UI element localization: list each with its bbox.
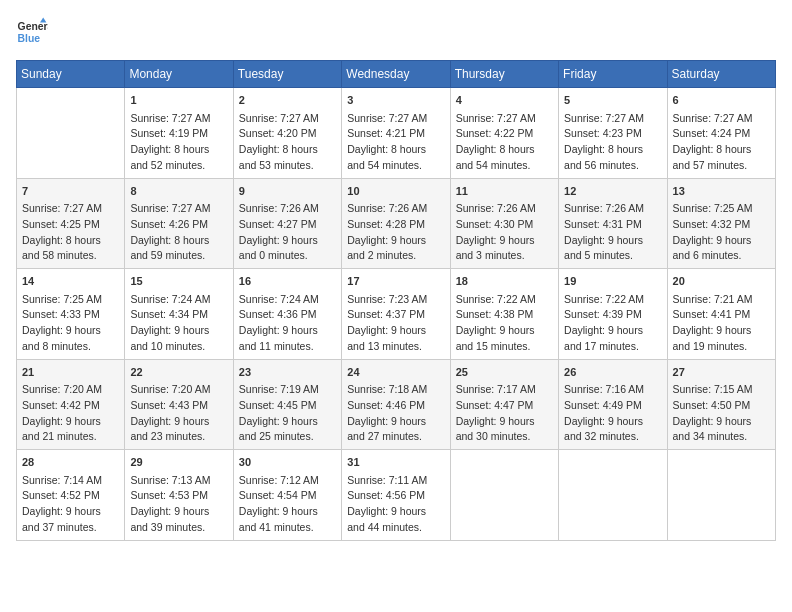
calendar-cell: 20Sunrise: 7:21 AM Sunset: 4:41 PM Dayli… <box>667 269 775 360</box>
cell-info: Sunrise: 7:16 AM Sunset: 4:49 PM Dayligh… <box>564 382 661 445</box>
date-number: 2 <box>239 92 336 109</box>
date-number: 7 <box>22 183 119 200</box>
calendar-cell: 17Sunrise: 7:23 AM Sunset: 4:37 PM Dayli… <box>342 269 450 360</box>
svg-text:Blue: Blue <box>18 33 41 44</box>
cell-info: Sunrise: 7:26 AM Sunset: 4:31 PM Dayligh… <box>564 201 661 264</box>
date-number: 19 <box>564 273 661 290</box>
cell-info: Sunrise: 7:27 AM Sunset: 4:20 PM Dayligh… <box>239 111 336 174</box>
date-number: 31 <box>347 454 444 471</box>
calendar-cell: 9Sunrise: 7:26 AM Sunset: 4:27 PM Daylig… <box>233 178 341 269</box>
date-number: 14 <box>22 273 119 290</box>
weekday-header-thursday: Thursday <box>450 61 558 88</box>
calendar-cell: 30Sunrise: 7:12 AM Sunset: 4:54 PM Dayli… <box>233 450 341 541</box>
calendar-cell: 22Sunrise: 7:20 AM Sunset: 4:43 PM Dayli… <box>125 359 233 450</box>
cell-info: Sunrise: 7:26 AM Sunset: 4:28 PM Dayligh… <box>347 201 444 264</box>
weekday-header-tuesday: Tuesday <box>233 61 341 88</box>
week-row-2: 7Sunrise: 7:27 AM Sunset: 4:25 PM Daylig… <box>17 178 776 269</box>
calendar-cell: 26Sunrise: 7:16 AM Sunset: 4:49 PM Dayli… <box>559 359 667 450</box>
weekday-header-row: SundayMondayTuesdayWednesdayThursdayFrid… <box>17 61 776 88</box>
cell-info: Sunrise: 7:18 AM Sunset: 4:46 PM Dayligh… <box>347 382 444 445</box>
date-number: 21 <box>22 364 119 381</box>
week-row-4: 21Sunrise: 7:20 AM Sunset: 4:42 PM Dayli… <box>17 359 776 450</box>
weekday-header-friday: Friday <box>559 61 667 88</box>
date-number: 18 <box>456 273 553 290</box>
calendar-cell: 2Sunrise: 7:27 AM Sunset: 4:20 PM Daylig… <box>233 88 341 179</box>
calendar-cell: 18Sunrise: 7:22 AM Sunset: 4:38 PM Dayli… <box>450 269 558 360</box>
cell-info: Sunrise: 7:22 AM Sunset: 4:39 PM Dayligh… <box>564 292 661 355</box>
calendar-cell <box>17 88 125 179</box>
weekday-header-monday: Monday <box>125 61 233 88</box>
cell-info: Sunrise: 7:26 AM Sunset: 4:27 PM Dayligh… <box>239 201 336 264</box>
cell-info: Sunrise: 7:22 AM Sunset: 4:38 PM Dayligh… <box>456 292 553 355</box>
calendar-cell: 5Sunrise: 7:27 AM Sunset: 4:23 PM Daylig… <box>559 88 667 179</box>
cell-info: Sunrise: 7:23 AM Sunset: 4:37 PM Dayligh… <box>347 292 444 355</box>
cell-info: Sunrise: 7:27 AM Sunset: 4:24 PM Dayligh… <box>673 111 770 174</box>
date-number: 5 <box>564 92 661 109</box>
calendar-cell: 27Sunrise: 7:15 AM Sunset: 4:50 PM Dayli… <box>667 359 775 450</box>
logo: General Blue <box>16 16 48 48</box>
cell-info: Sunrise: 7:12 AM Sunset: 4:54 PM Dayligh… <box>239 473 336 536</box>
calendar-cell: 19Sunrise: 7:22 AM Sunset: 4:39 PM Dayli… <box>559 269 667 360</box>
calendar-cell: 3Sunrise: 7:27 AM Sunset: 4:21 PM Daylig… <box>342 88 450 179</box>
cell-info: Sunrise: 7:27 AM Sunset: 4:25 PM Dayligh… <box>22 201 119 264</box>
week-row-3: 14Sunrise: 7:25 AM Sunset: 4:33 PM Dayli… <box>17 269 776 360</box>
calendar-cell: 24Sunrise: 7:18 AM Sunset: 4:46 PM Dayli… <box>342 359 450 450</box>
calendar-cell: 14Sunrise: 7:25 AM Sunset: 4:33 PM Dayli… <box>17 269 125 360</box>
cell-info: Sunrise: 7:13 AM Sunset: 4:53 PM Dayligh… <box>130 473 227 536</box>
date-number: 3 <box>347 92 444 109</box>
calendar-cell: 6Sunrise: 7:27 AM Sunset: 4:24 PM Daylig… <box>667 88 775 179</box>
calendar-cell: 23Sunrise: 7:19 AM Sunset: 4:45 PM Dayli… <box>233 359 341 450</box>
logo-icon: General Blue <box>16 16 48 48</box>
calendar-cell: 28Sunrise: 7:14 AM Sunset: 4:52 PM Dayli… <box>17 450 125 541</box>
date-number: 9 <box>239 183 336 200</box>
calendar-cell: 21Sunrise: 7:20 AM Sunset: 4:42 PM Dayli… <box>17 359 125 450</box>
calendar-cell: 4Sunrise: 7:27 AM Sunset: 4:22 PM Daylig… <box>450 88 558 179</box>
page-header: General Blue <box>16 16 776 48</box>
date-number: 1 <box>130 92 227 109</box>
date-number: 8 <box>130 183 227 200</box>
weekday-header-sunday: Sunday <box>17 61 125 88</box>
date-number: 16 <box>239 273 336 290</box>
calendar-cell: 1Sunrise: 7:27 AM Sunset: 4:19 PM Daylig… <box>125 88 233 179</box>
date-number: 23 <box>239 364 336 381</box>
week-row-1: 1Sunrise: 7:27 AM Sunset: 4:19 PM Daylig… <box>17 88 776 179</box>
calendar-cell <box>450 450 558 541</box>
date-number: 25 <box>456 364 553 381</box>
date-number: 13 <box>673 183 770 200</box>
calendar-cell: 15Sunrise: 7:24 AM Sunset: 4:34 PM Dayli… <box>125 269 233 360</box>
calendar-cell <box>667 450 775 541</box>
svg-marker-2 <box>40 18 46 23</box>
cell-info: Sunrise: 7:19 AM Sunset: 4:45 PM Dayligh… <box>239 382 336 445</box>
cell-info: Sunrise: 7:27 AM Sunset: 4:23 PM Dayligh… <box>564 111 661 174</box>
cell-info: Sunrise: 7:15 AM Sunset: 4:50 PM Dayligh… <box>673 382 770 445</box>
date-number: 29 <box>130 454 227 471</box>
calendar-cell: 10Sunrise: 7:26 AM Sunset: 4:28 PM Dayli… <box>342 178 450 269</box>
date-number: 15 <box>130 273 227 290</box>
calendar-cell: 25Sunrise: 7:17 AM Sunset: 4:47 PM Dayli… <box>450 359 558 450</box>
cell-info: Sunrise: 7:20 AM Sunset: 4:43 PM Dayligh… <box>130 382 227 445</box>
calendar-cell: 16Sunrise: 7:24 AM Sunset: 4:36 PM Dayli… <box>233 269 341 360</box>
calendar-cell: 12Sunrise: 7:26 AM Sunset: 4:31 PM Dayli… <box>559 178 667 269</box>
date-number: 6 <box>673 92 770 109</box>
date-number: 4 <box>456 92 553 109</box>
svg-text:General: General <box>18 21 48 32</box>
cell-info: Sunrise: 7:27 AM Sunset: 4:19 PM Dayligh… <box>130 111 227 174</box>
date-number: 30 <box>239 454 336 471</box>
calendar-table: SundayMondayTuesdayWednesdayThursdayFrid… <box>16 60 776 541</box>
date-number: 22 <box>130 364 227 381</box>
cell-info: Sunrise: 7:11 AM Sunset: 4:56 PM Dayligh… <box>347 473 444 536</box>
cell-info: Sunrise: 7:14 AM Sunset: 4:52 PM Dayligh… <box>22 473 119 536</box>
calendar-cell <box>559 450 667 541</box>
cell-info: Sunrise: 7:26 AM Sunset: 4:30 PM Dayligh… <box>456 201 553 264</box>
calendar-cell: 11Sunrise: 7:26 AM Sunset: 4:30 PM Dayli… <box>450 178 558 269</box>
calendar-cell: 29Sunrise: 7:13 AM Sunset: 4:53 PM Dayli… <box>125 450 233 541</box>
calendar-cell: 13Sunrise: 7:25 AM Sunset: 4:32 PM Dayli… <box>667 178 775 269</box>
date-number: 26 <box>564 364 661 381</box>
cell-info: Sunrise: 7:27 AM Sunset: 4:22 PM Dayligh… <box>456 111 553 174</box>
cell-info: Sunrise: 7:25 AM Sunset: 4:33 PM Dayligh… <box>22 292 119 355</box>
cell-info: Sunrise: 7:27 AM Sunset: 4:26 PM Dayligh… <box>130 201 227 264</box>
date-number: 20 <box>673 273 770 290</box>
calendar-cell: 31Sunrise: 7:11 AM Sunset: 4:56 PM Dayli… <box>342 450 450 541</box>
calendar-cell: 8Sunrise: 7:27 AM Sunset: 4:26 PM Daylig… <box>125 178 233 269</box>
cell-info: Sunrise: 7:24 AM Sunset: 4:34 PM Dayligh… <box>130 292 227 355</box>
